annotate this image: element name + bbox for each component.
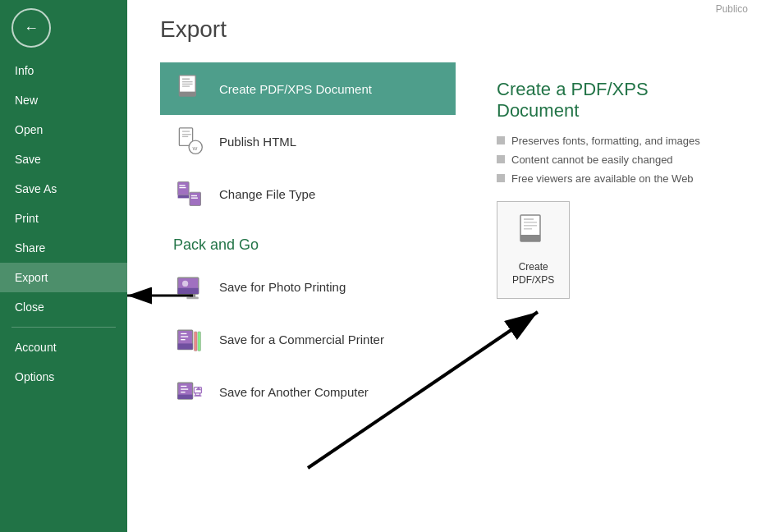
bullet-icon-3 [497,174,505,182]
save-computer-option[interactable]: Save for Another Computer [160,365,456,418]
sidebar-item-save[interactable]: Save [0,144,127,174]
pack-and-go-options: Save for Photo Printing [160,260,456,418]
svg-rect-30 [194,332,197,351]
sidebar-bottom: Account Options [0,332,127,392]
export-options-list: Create PDF/XPS Document w [160,62,456,220]
svg-rect-38 [195,393,199,396]
back-arrow-icon: ← [24,20,39,37]
svg-rect-9 [182,131,190,131]
sidebar-item-info[interactable]: Info [0,56,127,85]
feature-text-2: Content cannot be easily changed [511,154,673,166]
svg-rect-14 [179,187,186,188]
svg-rect-1 [179,92,195,96]
sidebar-item-export[interactable]: Export [0,263,127,292]
sidebar: ← Info New Open Save Save As Print Share… [0,0,127,532]
save-photo-option[interactable]: Save for Photo Printing [160,260,456,313]
sidebar-nav: Info New Open Save Save As Print Share E… [0,56,127,532]
sidebar-item-new[interactable]: New [0,85,127,115]
svg-rect-34 [181,386,186,387]
save-computer-label: Save for Another Computer [219,385,369,399]
sidebar-item-label: Save As [15,182,57,195]
svg-rect-27 [181,333,186,334]
feature-list: Preserves fonts, formatting, and images … [497,135,710,185]
right-panel-title: Create a PDF/XPS Document [497,79,710,122]
svg-rect-3 [182,81,193,82]
svg-rect-10 [182,134,191,135]
sidebar-item-open[interactable]: Open [0,115,127,144]
create-pdf-button-icon [512,213,554,256]
feature-item-2: Content cannot be easily changed [497,154,710,166]
svg-rect-11 [182,136,188,137]
svg-rect-18 [191,198,198,199]
create-pdf-label: Create PDF/XPS Document [219,82,372,96]
svg-rect-13 [179,185,185,186]
sidebar-item-save-as[interactable]: Save As [0,174,127,204]
bullet-icon-1 [497,136,505,144]
save-commercial-option[interactable]: Save for a Commercial Printer [160,313,456,365]
pack-and-go-section: Pack and Go Sav [160,236,456,418]
svg-rect-15 [178,195,190,199]
svg-rect-35 [181,388,188,389]
svg-rect-31 [198,332,201,351]
photo-icon [173,270,206,303]
computer-icon [173,375,206,408]
sidebar-item-share[interactable]: Share [0,233,127,263]
sidebar-item-label: Options [15,370,54,383]
change-file-type-label: Change File Type [219,187,315,201]
svg-rect-39 [194,396,201,397]
feature-item-1: Preserves fonts, formatting, and images [497,135,710,147]
filetype-icon [173,177,206,210]
publish-html-option[interactable]: w Publish HTML [160,115,456,167]
svg-rect-26 [178,343,193,349]
sidebar-item-label: Export [15,271,48,284]
svg-rect-2 [182,78,190,80]
sidebar-item-label: Save [15,153,41,166]
sidebar-item-account[interactable]: Account [0,332,127,362]
save-commercial-label: Save for a Commercial Printer [219,332,384,346]
pdf-icon [173,72,206,105]
svg-rect-24 [186,297,198,300]
svg-rect-5 [182,85,190,86]
create-pdf-button[interactable]: Create PDF/XPS [497,201,570,299]
sidebar-item-label: Share [15,241,45,255]
svg-text:w: w [192,144,198,152]
publico-label: Publico [716,3,748,15]
sidebar-divider [11,327,116,328]
svg-rect-29 [181,339,185,340]
svg-rect-33 [178,395,193,399]
svg-rect-36 [181,392,185,392]
svg-rect-17 [191,195,197,196]
svg-rect-45 [524,225,537,227]
main-content: Publico Export [127,0,761,532]
svg-rect-43 [524,218,534,220]
feature-item-3: Free viewers are available on the Web [497,172,710,185]
html-icon: w [173,125,206,158]
publish-html-label: Publish HTML [219,135,296,149]
feature-text-1: Preserves fonts, formatting, and images [511,135,700,147]
svg-rect-28 [181,336,188,337]
create-pdf-option[interactable]: Create PDF/XPS Document [160,62,456,115]
bullet-icon-2 [497,155,505,163]
sidebar-item-options[interactable]: Options [0,362,127,392]
sidebar-item-close[interactable]: Close [0,292,127,322]
svg-rect-46 [524,228,532,230]
svg-rect-12 [178,182,190,195]
feature-text-3: Free viewers are available on the Web [511,172,694,185]
svg-rect-4 [182,84,193,85]
back-button[interactable]: ← [11,8,51,48]
svg-point-22 [182,281,188,287]
create-pdf-button-label: Create PDF/XPS [512,261,554,287]
sidebar-item-label: New [15,94,38,107]
sidebar-item-label: Open [15,123,43,136]
svg-rect-44 [524,222,537,223]
change-file-type-option[interactable]: Change File Type [160,167,456,220]
svg-rect-42 [520,235,540,241]
svg-rect-21 [178,288,199,294]
sidebar-item-label: Info [15,64,34,77]
export-options-panel: Create PDF/XPS Document w [160,62,456,418]
sidebar-item-print[interactable]: Print [0,204,127,233]
page-title: Export [160,16,728,43]
right-panel: Create a PDF/XPS Document Preserves font… [472,62,735,418]
sidebar-item-label: Account [15,341,57,354]
pack-and-go-heading: Pack and Go [160,236,456,254]
